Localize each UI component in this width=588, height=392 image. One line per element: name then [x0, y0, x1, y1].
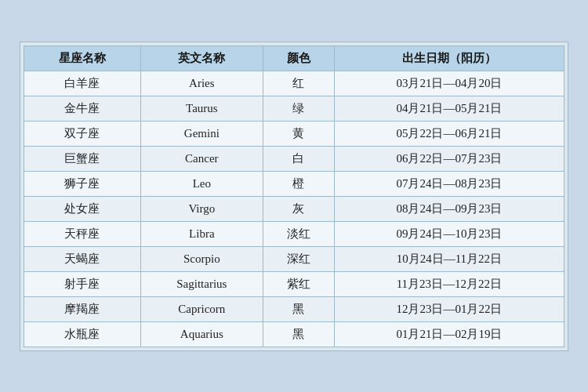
- table-header-row: 星座名称 英文名称 颜色 出生日期（阳历）: [24, 45, 564, 71]
- cell-color: 紫红: [263, 271, 335, 296]
- cell-dates: 05月22日—06月21日: [334, 121, 564, 146]
- table-row: 白羊座Aries红03月21日—04月20日: [24, 71, 564, 96]
- cell-english-name: Sagittarius: [140, 271, 263, 296]
- header-color: 颜色: [263, 45, 335, 71]
- table-row: 天蝎座Scorpio深红10月24日—11月22日: [24, 246, 564, 271]
- cell-chinese-name: 双子座: [24, 121, 141, 146]
- cell-dates: 08月24日—09月23日: [334, 196, 564, 221]
- cell-english-name: Aquarius: [140, 321, 263, 347]
- table-row: 水瓶座Aquarius黑01月21日—02月19日: [24, 321, 564, 347]
- header-english-name: 英文名称: [140, 45, 263, 71]
- cell-english-name: Taurus: [140, 96, 263, 121]
- cell-color: 深红: [263, 246, 335, 271]
- cell-chinese-name: 摩羯座: [24, 296, 141, 321]
- cell-english-name: Capricorn: [140, 296, 263, 321]
- cell-dates: 10月24日—11月22日: [334, 246, 564, 271]
- cell-chinese-name: 金牛座: [24, 96, 141, 121]
- cell-english-name: Gemini: [140, 121, 263, 146]
- cell-chinese-name: 巨蟹座: [24, 146, 141, 171]
- cell-chinese-name: 射手座: [24, 271, 141, 296]
- cell-color: 淡红: [263, 221, 335, 246]
- cell-chinese-name: 白羊座: [24, 71, 141, 96]
- cell-dates: 01月21日—02月19日: [334, 321, 564, 347]
- table-row: 狮子座Leo橙07月24日—08月23日: [24, 171, 564, 196]
- cell-chinese-name: 天秤座: [24, 221, 141, 246]
- table-row: 摩羯座Capricorn黑12月23日—01月22日: [24, 296, 564, 321]
- cell-dates: 09月24日—10月23日: [334, 221, 564, 246]
- zodiac-table: 星座名称 英文名称 颜色 出生日期（阳历） 白羊座Aries红03月21日—04…: [24, 45, 564, 347]
- cell-color: 黄: [263, 121, 335, 146]
- cell-english-name: Libra: [140, 221, 263, 246]
- cell-english-name: Leo: [140, 171, 263, 196]
- table-row: 巨蟹座Cancer白06月22日—07月23日: [24, 146, 564, 171]
- cell-dates: 07月24日—08月23日: [334, 171, 564, 196]
- cell-dates: 04月21日—05月21日: [334, 96, 564, 121]
- cell-english-name: Cancer: [140, 146, 263, 171]
- cell-color: 黑: [263, 296, 335, 321]
- cell-english-name: Scorpio: [140, 246, 263, 271]
- zodiac-table-container: 星座名称 英文名称 颜色 出生日期（阳历） 白羊座Aries红03月21日—04…: [20, 42, 568, 351]
- cell-dates: 11月23日—12月22日: [334, 271, 564, 296]
- header-chinese-name: 星座名称: [24, 45, 141, 71]
- cell-dates: 03月21日—04月20日: [334, 71, 564, 96]
- cell-color: 橙: [263, 171, 335, 196]
- table-row: 射手座Sagittarius紫红11月23日—12月22日: [24, 271, 564, 296]
- cell-chinese-name: 处女座: [24, 196, 141, 221]
- cell-chinese-name: 狮子座: [24, 171, 141, 196]
- table-row: 金牛座Taurus绿04月21日—05月21日: [24, 96, 564, 121]
- cell-dates: 12月23日—01月22日: [334, 296, 564, 321]
- cell-color: 白: [263, 146, 335, 171]
- cell-color: 绿: [263, 96, 335, 121]
- header-dates: 出生日期（阳历）: [334, 45, 564, 71]
- table-row: 天秤座Libra淡红09月24日—10月23日: [24, 221, 564, 246]
- table-body: 白羊座Aries红03月21日—04月20日金牛座Taurus绿04月21日—0…: [24, 71, 564, 347]
- cell-chinese-name: 天蝎座: [24, 246, 141, 271]
- cell-english-name: Aries: [140, 71, 263, 96]
- cell-color: 红: [263, 71, 335, 96]
- table-row: 双子座Gemini黄05月22日—06月21日: [24, 121, 564, 146]
- cell-english-name: Virgo: [140, 196, 263, 221]
- cell-dates: 06月22日—07月23日: [334, 146, 564, 171]
- table-row: 处女座Virgo灰08月24日—09月23日: [24, 196, 564, 221]
- cell-color: 黑: [263, 321, 335, 347]
- cell-color: 灰: [263, 196, 335, 221]
- cell-chinese-name: 水瓶座: [24, 321, 141, 347]
